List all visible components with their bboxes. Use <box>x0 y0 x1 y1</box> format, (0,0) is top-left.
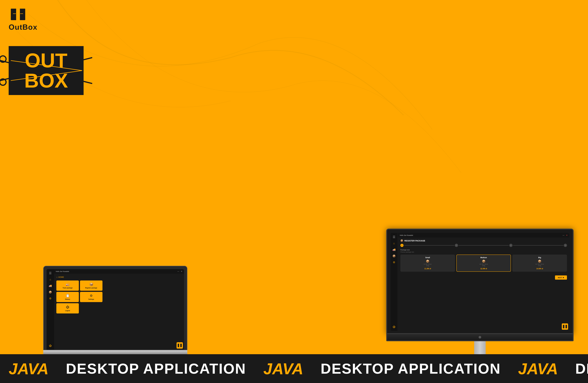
bottom-bar: JAVA DESKTOP APPLICATION JAVA DESKTOP AP… <box>0 354 588 383</box>
laptop-titlebar-controls: — ✕ <box>177 270 182 272</box>
laptop-app-ui: ☰ ⌂ 🚚 📦 ⚙ ⏻ Hello Jan Kowalski — ✕ <box>46 269 184 350</box>
monitor-sidebar-menu-icon[interactable]: ☰ <box>391 234 397 240</box>
laptop-screen-outer: ☰ ⌂ 🚚 📦 ⚙ ⏻ Hello Jan Kowalski — ✕ <box>43 266 187 350</box>
laptop-screen: ☰ ⌂ 🚚 📦 ⚙ ⏻ Hello Jan Kowalski — ✕ <box>46 269 184 350</box>
logo-area: OutBox <box>9 6 38 31</box>
step-progress: A P D S <box>400 244 567 247</box>
monitor-titlebar: Hello Jan Kowalski — ✕ <box>398 233 569 238</box>
settings-label: Settings <box>88 299 94 300</box>
monitor-sidebar-home-icon[interactable]: ⌂ <box>391 241 397 246</box>
svg-rect-14 <box>564 325 566 328</box>
package-big-dims: 41 × 38 × 64 cm <box>514 264 566 265</box>
track-label: Track package <box>63 287 73 289</box>
svg-rect-11 <box>179 344 180 347</box>
logout-icon: ⏻ <box>66 305 69 309</box>
step-line-1 <box>404 245 454 246</box>
package-card-medium[interactable]: Medium 📦 19 × 38 × 64 cm 25 kg 12.99 zł <box>456 255 511 272</box>
monitor-titlebar-controls: — ✕ <box>563 234 567 236</box>
monitor-greeting: Hello Jan Kowalski <box>400 234 413 236</box>
register-title-text: REGISTER PACKAGE <box>404 240 425 242</box>
home-icon: ⌂ <box>56 276 58 278</box>
bottom-java-2: JAVA <box>255 360 312 378</box>
sidebar-menu-icon[interactable]: ☰ <box>48 270 53 276</box>
register-package-btn[interactable]: 📦 Register package <box>80 281 103 291</box>
monitor-screen-outer: ☰ ⌂ 🚚 📦 ⚙ ⏻ Hello Jan Kowalski — ✕ <box>386 229 574 334</box>
package-big-price: 14.99 zł <box>514 268 566 270</box>
big-box-text: BOX <box>24 71 68 91</box>
big-logo-box: OUT BOX <box>9 46 84 95</box>
sidebar-home-icon[interactable]: ⌂ <box>48 277 53 282</box>
monitor-camera-dot <box>479 336 481 339</box>
logo-icon <box>9 6 27 22</box>
package-card-big[interactable]: Big 📦 41 × 38 × 64 cm 25 kg 14.99 zł <box>512 255 567 272</box>
laptop-mockup: ☰ ⌂ 🚚 📦 ⚙ ⏻ Hello Jan Kowalski — ✕ <box>43 266 187 357</box>
register-package-icon: 📦 <box>400 239 403 242</box>
monitor-sidebar: ☰ ⌂ 🚚 📦 ⚙ ⏻ <box>391 233 398 331</box>
package-medium-name: Medium <box>458 257 510 259</box>
register-content: 📦 REGISTER PACKAGE A P <box>398 238 569 281</box>
package-medium-price: 12.99 zł <box>458 268 510 270</box>
history-btn[interactable]: 📋 History <box>56 292 79 302</box>
big-out-text: OUT <box>25 50 67 71</box>
package-cards: Small 📦 8 × 38 × 64 cm 15 kg 11.99 zł Me… <box>400 255 567 272</box>
bottom-desktop-3: DESKTOP APPLICATION <box>567 360 588 377</box>
package-small-weight: 15 kg <box>402 265 454 266</box>
package-medium-weight: 25 kg <box>458 265 510 266</box>
package-big-icon: 📦 <box>514 259 566 263</box>
monitor-sidebar-logout-icon[interactable]: ⏻ <box>391 324 397 329</box>
monitor-close-btn[interactable]: ✕ <box>566 234 567 236</box>
laptop-base <box>43 350 187 354</box>
monitor-sidebar-track-icon[interactable]: 🚚 <box>391 247 397 252</box>
bottom-java-1: JAVA <box>0 360 57 378</box>
step-2: P <box>455 244 458 247</box>
step-1: A <box>400 244 403 247</box>
package-card-small[interactable]: Small 📦 8 × 38 × 64 cm 15 kg 11.99 zł <box>400 255 455 272</box>
laptop-home-content: ⌂ HOME 🚚 Track package 📦 <box>54 274 184 316</box>
package-medium-icon: 📦 <box>458 259 510 263</box>
next-button[interactable]: NEXT ▶ <box>555 275 567 280</box>
logout-btn[interactable]: ⏻ Logout <box>56 303 79 313</box>
monitor-sidebar-settings-icon[interactable]: ⚙ <box>391 260 397 265</box>
settings-btn[interactable]: ⚙ Settings <box>80 292 103 302</box>
laptop-minimize-btn[interactable]: — <box>177 270 179 272</box>
laptop-outbox-corner <box>177 342 183 349</box>
logout-label: Logout <box>65 310 70 311</box>
package-size-label: Package size <box>400 249 567 251</box>
sidebar-logout-icon[interactable]: ⏻ <box>48 343 53 348</box>
history-label: History <box>65 299 70 300</box>
monitor-stand-neck <box>474 341 486 356</box>
track-package-btn[interactable]: 🚚 Track package <box>56 281 79 291</box>
package-size-sub: Choose package size <box>400 251 567 253</box>
bottom-bar-content: JAVA DESKTOP APPLICATION JAVA DESKTOP AP… <box>0 360 588 378</box>
package-small-icon: 📦 <box>402 259 454 263</box>
register-title-row: 📦 REGISTER PACKAGE <box>400 239 567 242</box>
monitor-screen: ☰ ⌂ 🚚 📦 ⚙ ⏻ Hello Jan Kowalski — ✕ <box>391 233 569 331</box>
laptop-close-btn[interactable]: ✕ <box>181 270 182 272</box>
monitor-minimize-btn[interactable]: — <box>563 234 564 236</box>
step-line-2 <box>459 245 509 246</box>
monitor-sidebar-package-icon[interactable]: 📦 <box>391 253 397 259</box>
big-logo-area: OUT BOX <box>9 46 84 95</box>
monitor-app-ui: ☰ ⌂ 🚚 📦 ⚙ ⏻ Hello Jan Kowalski — ✕ <box>391 233 569 331</box>
sidebar-settings-icon[interactable]: ⚙ <box>48 296 53 301</box>
monitor-outbox-corner-logo <box>562 323 568 330</box>
monitor-app-content: 📦 REGISTER PACKAGE A P <box>398 238 569 331</box>
register-icon: 📦 <box>89 283 93 286</box>
laptop-app-content: ⌂ HOME 🚚 Track package 📦 <box>54 274 184 350</box>
monitor-mockup: ☰ ⌂ 🚚 📦 ⚙ ⏻ Hello Jan Kowalski — ✕ <box>386 229 574 360</box>
monitor-chin <box>386 334 574 341</box>
history-icon: 📋 <box>66 294 70 298</box>
step-4: S <box>564 244 567 247</box>
settings-icon: ⚙ <box>90 294 93 298</box>
bottom-desktop-1: DESKTOP APPLICATION <box>57 360 255 377</box>
package-small-dims: 8 × 38 × 64 cm <box>402 264 454 265</box>
package-medium-dims: 19 × 38 × 64 cm <box>458 264 510 265</box>
step-3: D <box>509 244 512 247</box>
package-big-weight: 25 kg <box>514 265 566 266</box>
bottom-java-3: JAVA <box>509 360 567 378</box>
package-big-name: Big <box>514 257 566 259</box>
sidebar-track-icon[interactable]: 🚚 <box>48 283 53 288</box>
sidebar-package-icon[interactable]: 📦 <box>48 289 53 295</box>
laptop-home-grid: 🚚 Track package 📦 Register package 📋 <box>56 281 103 313</box>
next-arrow-icon: ▶ <box>563 277 564 278</box>
